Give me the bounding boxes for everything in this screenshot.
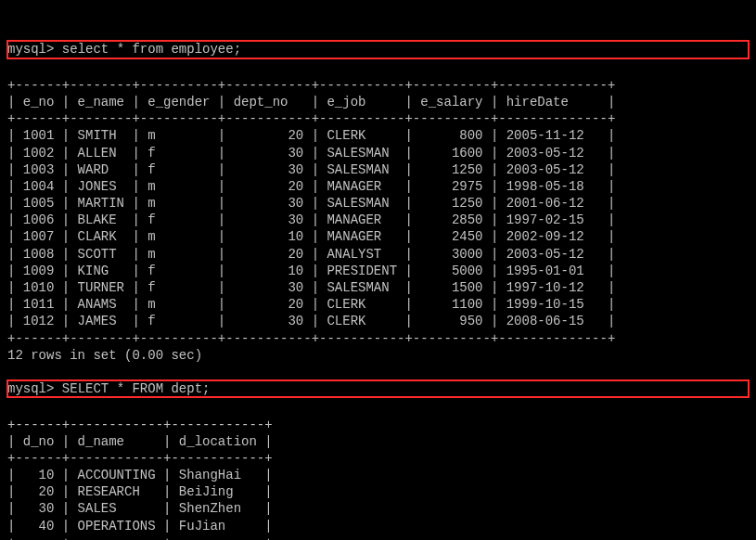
- sql-statement-1: select * from employee;: [62, 42, 241, 57]
- result-footer-1: 12 rows in set (0.00 sec): [7, 348, 202, 363]
- query-2-prompt-line[interactable]: mysql> SELECT * FROM dept;: [7, 380, 749, 397]
- sql-statement-2: SELECT * FROM dept;: [62, 381, 211, 396]
- result-table-dept: +------+------------+------------+ | d_n…: [7, 418, 273, 541]
- query-1-prompt-line[interactable]: mysql> select * from employee;: [7, 41, 749, 58]
- mysql-prompt: mysql>: [7, 42, 54, 57]
- result-table-employee: +------+--------+----------+-----------+…: [7, 78, 615, 346]
- mysql-prompt: mysql>: [7, 381, 54, 396]
